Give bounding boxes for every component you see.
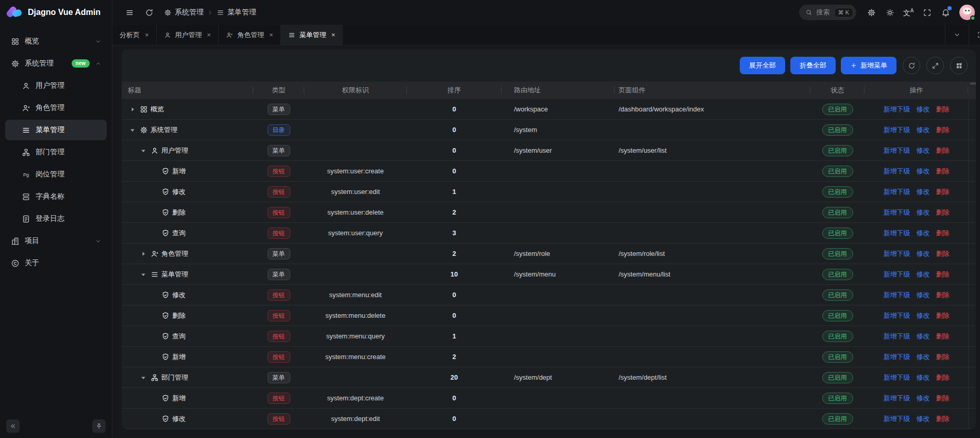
content-maximize-button[interactable] [969, 25, 980, 45]
row-title: 查询 [172, 332, 186, 341]
add-menu-button[interactable]: 新增菜单 [841, 57, 896, 74]
action-edit[interactable]: 修改 [917, 414, 930, 424]
refresh-page-button[interactable] [140, 4, 158, 21]
action-add-child[interactable]: 新增下级 [884, 187, 910, 197]
action-delete[interactable]: 删除 [936, 290, 950, 300]
action-add-child[interactable]: 新增下级 [884, 332, 910, 341]
action-edit[interactable]: 修改 [917, 146, 930, 155]
action-add-child[interactable]: 新增下级 [884, 394, 910, 403]
cell-title: 用户管理 [122, 146, 253, 155]
sidebar-item-system[interactable]: 系统管理new [5, 53, 107, 74]
language-button[interactable]: 文A [900, 4, 917, 21]
action-edit[interactable]: 修改 [917, 290, 930, 300]
tab-close-icon[interactable]: × [331, 31, 336, 39]
sidebar-item-posts[interactable]: Pg岗位管理 [5, 164, 107, 185]
action-add-child[interactable]: 新增下级 [884, 249, 910, 258]
action-delete[interactable]: 删除 [936, 270, 950, 279]
action-delete[interactable]: 删除 [936, 249, 950, 258]
action-add-child[interactable]: 新增下级 [884, 105, 910, 114]
caret-right-icon[interactable] [139, 249, 148, 258]
action-edit[interactable]: 修改 [917, 105, 930, 114]
breadcrumb-item-system[interactable]: 系统管理 [164, 8, 204, 17]
caret-right-icon[interactable] [128, 105, 137, 114]
action-edit[interactable]: 修改 [917, 167, 930, 176]
action-add-child[interactable]: 新增下级 [884, 414, 910, 424]
action-add-child[interactable]: 新增下级 [884, 229, 910, 238]
sidebar-item-project[interactable]: 项目 [5, 231, 107, 251]
action-add-child[interactable]: 新增下级 [884, 167, 910, 176]
sidebar-item-about[interactable]: 关于 [5, 253, 107, 273]
action-delete[interactable]: 删除 [936, 229, 950, 238]
collapse-all-button[interactable]: 折叠全部 [790, 57, 836, 74]
column-settings-button[interactable] [950, 57, 968, 74]
action-edit[interactable]: 修改 [917, 208, 930, 217]
expand-all-button[interactable]: 展开全部 [740, 57, 785, 74]
action-delete[interactable]: 删除 [936, 414, 950, 424]
action-add-child[interactable]: 新增下级 [884, 290, 910, 300]
action-add-child[interactable]: 新增下级 [884, 270, 910, 279]
breadcrumb-item-menus[interactable]: 菜单管理 [217, 8, 256, 17]
caret-down-icon[interactable] [139, 270, 148, 279]
sidebar-pin-button[interactable] [92, 419, 106, 433]
action-delete[interactable]: 删除 [936, 187, 950, 197]
action-delete[interactable]: 删除 [936, 311, 950, 320]
sidebar-item-roles[interactable]: 角色管理 [5, 98, 107, 118]
action-delete[interactable]: 删除 [936, 167, 950, 176]
tab-close-icon[interactable]: × [145, 31, 149, 39]
sidebar-item-depts[interactable]: 部门管理 [5, 142, 107, 163]
action-edit[interactable]: 修改 [917, 332, 930, 341]
sidebar-item-login-logs[interactable]: 登录日志 [5, 208, 107, 229]
action-delete[interactable]: 删除 [936, 394, 950, 403]
action-edit[interactable]: 修改 [917, 187, 930, 197]
avatar[interactable] [959, 5, 975, 20]
action-add-child[interactable]: 新增下级 [884, 373, 910, 382]
theme-toggle-button[interactable] [881, 4, 899, 21]
action-delete[interactable]: 删除 [936, 332, 950, 341]
row-title: 查询 [172, 229, 186, 238]
action-delete[interactable]: 删除 [936, 352, 950, 362]
tab-list-dropdown-button[interactable] [945, 25, 969, 45]
action-edit[interactable]: 修改 [917, 311, 930, 320]
action-delete[interactable]: 删除 [936, 105, 950, 114]
action-add-child[interactable]: 新增下级 [884, 125, 910, 135]
sidebar-item-dicts[interactable]: 字典名称 [5, 186, 107, 207]
action-delete[interactable]: 删除 [936, 146, 950, 155]
action-edit[interactable]: 修改 [917, 125, 930, 135]
action-edit[interactable]: 修改 [917, 270, 930, 279]
tab-roles[interactable]: 角色管理× [219, 25, 281, 45]
action-edit[interactable]: 修改 [917, 352, 930, 362]
caret-down-icon[interactable] [128, 125, 137, 135]
action-add-child[interactable]: 新增下级 [884, 146, 910, 155]
sidebar-item-menus[interactable]: 菜单管理 [5, 120, 107, 140]
tab-close-icon[interactable]: × [269, 31, 273, 39]
action-edit[interactable]: 修改 [917, 229, 930, 238]
caret-down-icon[interactable] [139, 373, 148, 382]
sidebar-item-users[interactable]: 用户管理 [5, 75, 107, 96]
action-edit[interactable]: 修改 [917, 373, 930, 382]
table-fullscreen-button[interactable] [926, 57, 944, 74]
action-delete[interactable]: 删除 [936, 125, 950, 135]
app-logo[interactable]: Djagno Vue Admin [0, 0, 112, 25]
tab-analytics[interactable]: 分析页× [112, 25, 157, 45]
tab-close-icon[interactable]: × [207, 31, 211, 39]
settings-button[interactable] [862, 4, 880, 21]
caret-down-icon[interactable] [139, 146, 148, 155]
global-search-button[interactable]: 搜索 ⌘ K [799, 5, 856, 20]
sidebar-item-overview[interactable]: 概览 [5, 31, 107, 52]
sidebar-toggle-button[interactable] [121, 4, 138, 21]
action-delete[interactable]: 删除 [936, 208, 950, 217]
scrollbar-thumb[interactable] [970, 83, 976, 85]
tab-users[interactable]: 用户管理× [157, 25, 219, 45]
table-refresh-button[interactable] [903, 57, 920, 74]
action-add-child[interactable]: 新增下级 [884, 208, 910, 217]
fullscreen-button[interactable] [918, 4, 936, 21]
action-delete[interactable]: 删除 [936, 373, 950, 382]
sidebar-collapse-button[interactable] [6, 419, 20, 433]
action-add-child[interactable]: 新增下级 [884, 311, 910, 320]
scrollbar-gutter[interactable] [968, 82, 976, 99]
action-add-child[interactable]: 新增下级 [884, 352, 910, 362]
action-edit[interactable]: 修改 [917, 394, 930, 403]
action-edit[interactable]: 修改 [917, 249, 930, 258]
notifications-button[interactable] [937, 4, 954, 21]
tab-menus[interactable]: 菜单管理× [281, 25, 343, 45]
